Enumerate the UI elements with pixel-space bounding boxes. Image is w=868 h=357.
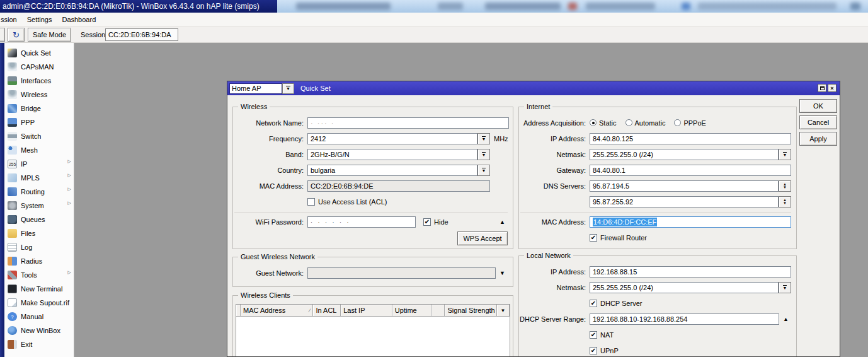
- dhcp-range-input[interactable]: 192.168.88.10-192.168.88.254: [590, 313, 779, 325]
- wifi-password-input[interactable]: · · · · · ·: [307, 216, 416, 228]
- sidebar-item-queues[interactable]: Queues: [4, 213, 74, 226]
- radio-pppoe[interactable]: PPPoE: [674, 119, 705, 127]
- sidebar-item-system[interactable]: System▷: [4, 199, 74, 213]
- upnp-checkbox[interactable]: UPnP: [590, 347, 619, 354]
- sidebar-item-new-winbox[interactable]: New WinBox: [4, 324, 74, 337]
- frequency-dropdown-button[interactable]: ▼: [477, 133, 490, 144]
- session-value-box[interactable]: CC:2D:E0:6B:94:DA: [105, 28, 178, 41]
- sidebar-item-tools[interactable]: Tools▷: [4, 268, 74, 282]
- dhcp-range-label: DHCP Server Range:: [519, 315, 590, 323]
- sidebar-item-routing[interactable]: Routing▷: [4, 185, 74, 199]
- sidebar-item-interfaces[interactable]: Interfaces: [4, 74, 74, 88]
- sidebar-item-files[interactable]: Files: [4, 226, 74, 240]
- column-header-in-acl[interactable]: In ACL: [313, 305, 341, 317]
- gateway-input[interactable]: 84.40.80.1: [590, 165, 791, 176]
- dns-server-1-input[interactable]: 95.87.194.5: [590, 180, 779, 192]
- profile-dropdown-button[interactable]: ▼: [282, 83, 294, 94]
- country-label: Country:: [233, 167, 307, 174]
- winbox-globe-icon: [8, 326, 17, 335]
- sidebar-item-ppp[interactable]: PPP: [4, 115, 74, 129]
- frequency-input[interactable]: 2412: [307, 133, 477, 144]
- radio-automatic[interactable]: Automatic: [625, 119, 666, 127]
- close-icon[interactable]: ×: [828, 84, 837, 92]
- firewall-router-checkbox[interactable]: Firewall Router: [590, 234, 647, 242]
- apply-button[interactable]: Apply: [799, 132, 837, 146]
- column-header-uptime[interactable]: Uptime: [392, 305, 431, 317]
- sidebar-item-mpls[interactable]: MPLS▷: [4, 171, 74, 185]
- sidebar-item-switch[interactable]: Switch: [4, 129, 74, 143]
- collapse-up-icon[interactable]: ▲: [496, 219, 509, 225]
- routing-gears-icon: [8, 187, 17, 196]
- local-netmask-dropdown-button[interactable]: ▼: [779, 282, 791, 293]
- column-header-signal-strength[interactable]: Signal Strength: [445, 305, 497, 317]
- collapse-up-icon[interactable]: ▲: [779, 316, 792, 322]
- wps-accept-button[interactable]: WPS Accept: [457, 231, 508, 245]
- internet-ip-input[interactable]: 84.40.80.125: [590, 133, 791, 144]
- sidebar-item-label: IP: [21, 160, 27, 168]
- sidebar-item-label: MPLS: [21, 174, 40, 182]
- dns-1-spinner[interactable]: ▲▼: [779, 180, 791, 192]
- sidebar-item-bridge[interactable]: Bridge: [4, 102, 74, 115]
- menu-dashboard[interactable]: Dashboard: [57, 14, 101, 25]
- log-document-icon: [8, 243, 17, 252]
- sidebar-item-manual[interactable]: ?Manual: [4, 310, 74, 324]
- network-name-input[interactable]: · ··· ·: [307, 117, 509, 129]
- use-access-list-checkbox[interactable]: Use Access List (ACL): [307, 198, 387, 206]
- dns-2-spinner[interactable]: ▲▼: [779, 196, 791, 208]
- column-header-mac-address[interactable]: MAC Address∕: [241, 305, 313, 317]
- sidebar-item-wireless[interactable]: Wireless: [4, 88, 74, 102]
- column-menu-button[interactable]: ▼: [497, 305, 510, 317]
- column-header-last-ip[interactable]: Last IP: [341, 305, 392, 317]
- redo-icon[interactable]: ↻: [8, 28, 25, 42]
- sidebar-item-make-supout-rif[interactable]: Make Supout.rif: [4, 296, 74, 310]
- sidebar-item-quick-set[interactable]: Quick Set: [4, 46, 74, 60]
- dns-server-2-input[interactable]: 95.87.255.92: [590, 196, 779, 208]
- internet-mac-input[interactable]: 14:D6:4D:DF:CC:EF: [590, 216, 791, 228]
- blurred-taskbar-item: [438, 3, 463, 10]
- nat-checkbox[interactable]: NAT: [590, 331, 614, 339]
- profile-combo[interactable]: Home AP ▼: [229, 83, 294, 94]
- table-body[interactable]: [236, 317, 510, 357]
- column-header-blank-0[interactable]: [236, 305, 241, 317]
- band-input[interactable]: 2GHz-B/G/N: [307, 149, 477, 160]
- profile-combo-value[interactable]: Home AP: [229, 83, 282, 94]
- sidebar-item-log[interactable]: Log: [4, 240, 74, 254]
- netmask-dropdown-button[interactable]: ▼: [779, 149, 791, 160]
- dns-servers-label: DNS Servers:: [519, 182, 590, 190]
- dhcp-server-checkbox[interactable]: DHCP Server: [590, 300, 642, 307]
- guest-wireless-group: Guest Wireless Network Guest Network: ▼: [232, 257, 513, 287]
- sidebar-item-mesh[interactable]: Mesh: [4, 143, 74, 157]
- dialog-titlebar[interactable]: Home AP ▼ Quick Set ×: [227, 81, 840, 95]
- maximize-button[interactable]: [818, 84, 826, 92]
- sidebar-item-capsman[interactable]: CAPsMAN: [4, 60, 74, 74]
- column-header-blank-5[interactable]: [431, 305, 445, 317]
- wireless-mac-value: CC:2D:E0:6B:94:DE: [307, 180, 490, 192]
- country-input[interactable]: bulgaria: [307, 165, 477, 176]
- cancel-button[interactable]: Cancel: [799, 115, 837, 129]
- local-network-group: Local Network IP Address: 192.168.88.15 …: [518, 255, 797, 357]
- ok-button[interactable]: OK: [799, 99, 837, 113]
- spin-down-icon: ▼: [783, 202, 787, 205]
- menu-settings[interactable]: Settings: [22, 14, 57, 25]
- sidebar-item-label: Exit: [21, 341, 32, 348]
- sidebar-item-radius[interactable]: Radius: [4, 254, 74, 268]
- sidebar-item-exit[interactable]: Exit: [4, 337, 74, 351]
- guest-network-input[interactable]: [307, 267, 496, 279]
- local-netmask-input[interactable]: 255.255.255.0 (/24): [590, 282, 779, 293]
- expand-down-icon[interactable]: ▼: [496, 270, 509, 276]
- window-titlebar[interactable]: admin@CC:2D:E0:6B:94:DA (MikroTik) - Win…: [0, 0, 277, 13]
- sidebar-item-ip[interactable]: 255IP▷: [4, 157, 74, 171]
- radius-users-icon: [8, 257, 17, 266]
- internet-netmask-input[interactable]: 255.255.255.0 (/24): [590, 149, 779, 160]
- radio-static[interactable]: Static: [590, 119, 617, 127]
- hide-password-checkbox[interactable]: Hide: [423, 218, 448, 226]
- safe-mode-button[interactable]: Safe Mode: [28, 28, 71, 42]
- undo-button[interactable]: [0, 28, 5, 42]
- band-dropdown-button[interactable]: ▼: [477, 149, 490, 160]
- country-dropdown-button[interactable]: ▼: [477, 165, 490, 176]
- menu-session[interactable]: ssion: [0, 14, 22, 25]
- local-ip-input[interactable]: 192.168.88.15: [590, 266, 791, 278]
- sidebar-item-new-terminal[interactable]: New Terminal: [4, 282, 74, 296]
- checkbox-box: [423, 218, 431, 226]
- submenu-arrow-icon: ▷: [68, 173, 71, 178]
